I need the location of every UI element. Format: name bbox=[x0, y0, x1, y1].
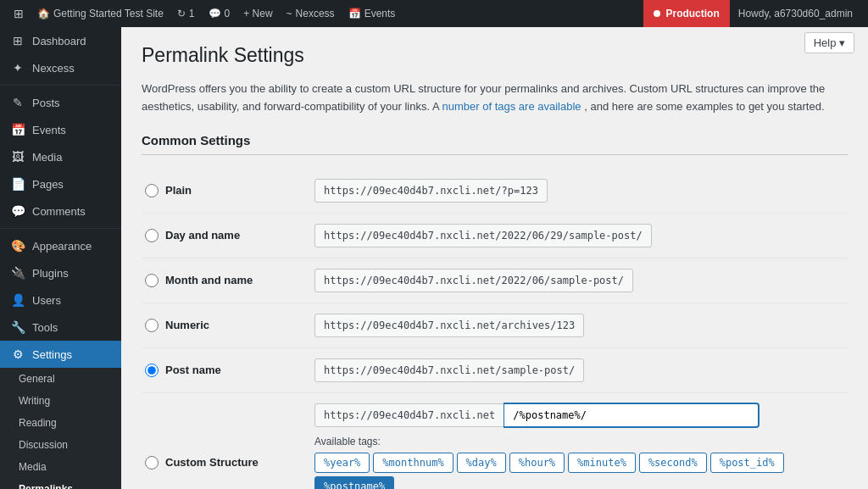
post-name-url: https://09ec40d4b7.nxcli.net/sample-post… bbox=[314, 358, 584, 382]
sidebar-item-plugins[interactable]: 🔌 Plugins bbox=[0, 259, 121, 286]
sidebar-item-pages[interactable]: 📄 Pages bbox=[0, 170, 121, 197]
sidebar-item-dashboard[interactable]: ⊞ Dashboard bbox=[0, 27, 121, 54]
custom-base: https://09ec40d4b7.nxcli.net bbox=[314, 403, 504, 427]
sidebar-item-nexcess[interactable]: ✦ Nexcess bbox=[0, 54, 121, 81]
nexcess-icon: ~ bbox=[287, 8, 292, 19]
day-name-label[interactable]: Day and name bbox=[145, 229, 308, 242]
appearance-icon: 🎨 bbox=[10, 239, 25, 253]
option-numeric: Numeric https://09ec40d4b7.nxcli.net/arc… bbox=[142, 303, 848, 347]
comments-button[interactable]: 💬 0 bbox=[202, 0, 237, 27]
option-custom: Custom Structure https://09ec40d4b7.nxcl… bbox=[142, 392, 848, 489]
month-name-url: https://09ec40d4b7.nxcli.net/2022/06/sam… bbox=[314, 269, 633, 292]
month-name-label[interactable]: Month and name bbox=[145, 274, 308, 287]
nexcess-button[interactable]: ~ Nexcess bbox=[280, 0, 342, 27]
custom-radio[interactable] bbox=[145, 456, 159, 470]
help-button[interactable]: Help ▾ bbox=[804, 32, 854, 53]
numeric-label[interactable]: Numeric bbox=[145, 319, 308, 332]
updates-button[interactable]: ↻ 1 bbox=[170, 0, 202, 27]
day-name-url: https://09ec40d4b7.nxcli.net/2022/06/29/… bbox=[314, 224, 652, 247]
sidebar-item-events[interactable]: 📅 Events bbox=[0, 116, 121, 143]
new-button[interactable]: + New bbox=[236, 0, 279, 27]
tags-link[interactable]: number of tags are available bbox=[442, 100, 581, 113]
page-description: WordPress offers you the ability to crea… bbox=[142, 81, 848, 116]
page-title: Permalink Settings bbox=[142, 44, 848, 67]
day-name-radio[interactable] bbox=[145, 229, 159, 242]
settings-submenu: General Writing Reading Discussion Media… bbox=[0, 368, 121, 489]
sidebar: ⊞ Dashboard ✦ Nexcess ✎ Posts 📅 Events 🖼… bbox=[0, 27, 121, 489]
sidebar-item-appearance[interactable]: 🎨 Appearance bbox=[0, 232, 121, 259]
comments-sidebar-icon: 💬 bbox=[10, 204, 25, 218]
common-settings-title: Common Settings bbox=[142, 133, 848, 155]
post-name-label[interactable]: Post name bbox=[145, 364, 308, 377]
dashboard-icon: ⊞ bbox=[10, 34, 25, 47]
custom-label[interactable]: Custom Structure bbox=[145, 456, 308, 470]
month-name-radio[interactable] bbox=[145, 274, 159, 287]
site-icon[interactable]: ⊞ bbox=[7, 0, 31, 27]
option-month-name: Month and name https://09ec40d4b7.nxcli.… bbox=[142, 258, 848, 303]
tag-button[interactable]: %hour% bbox=[509, 453, 565, 473]
media-icon: 🖼 bbox=[10, 150, 25, 164]
tag-button[interactable]: %day% bbox=[457, 453, 506, 473]
option-day-name: Day and name https://09ec40d4b7.nxcli.ne… bbox=[142, 213, 848, 258]
submenu-writing[interactable]: Writing bbox=[0, 390, 121, 412]
plugins-icon: 🔌 bbox=[10, 266, 25, 280]
sidebar-item-media[interactable]: 🖼 Media bbox=[0, 143, 121, 170]
sidebar-item-comments[interactable]: 💬 Comments bbox=[0, 197, 121, 225]
post-name-radio[interactable] bbox=[145, 364, 159, 377]
wp-icon: ⊞ bbox=[14, 7, 24, 20]
tag-button[interactable]: %postname% bbox=[314, 476, 394, 489]
top-bar: ⊞ 🏠 Getting Started Test Site ↻ 1 💬 0 + … bbox=[0, 0, 868, 27]
production-dot bbox=[654, 10, 660, 17]
events-icon: 📅 bbox=[10, 123, 25, 136]
comments-icon: 💬 bbox=[209, 8, 221, 19]
permalink-options-table: Plain https://09ec40d4b7.nxcli.net/?p=12… bbox=[142, 169, 848, 489]
tools-icon: 🔧 bbox=[10, 320, 25, 334]
plain-radio[interactable] bbox=[145, 184, 159, 197]
tag-button[interactable]: %monthnum% bbox=[373, 453, 453, 473]
numeric-url: https://09ec40d4b7.nxcli.net/archives/12… bbox=[314, 314, 584, 337]
tag-button[interactable]: %year% bbox=[314, 453, 370, 473]
plain-label[interactable]: Plain bbox=[145, 184, 308, 197]
submenu-permalinks[interactable]: Permalinks bbox=[0, 478, 121, 489]
main-content: Permalink Settings WordPress offers you … bbox=[121, 27, 868, 489]
option-plain: Plain https://09ec40d4b7.nxcli.net/?p=12… bbox=[142, 169, 848, 214]
sidebar-item-settings[interactable]: ⚙ Settings bbox=[0, 341, 121, 368]
nexcess-sidebar-icon: ✦ bbox=[10, 61, 25, 75]
submenu-discussion[interactable]: Discussion bbox=[0, 434, 121, 456]
submenu-reading[interactable]: Reading bbox=[0, 412, 121, 434]
users-icon: 👤 bbox=[10, 293, 25, 307]
sidebar-item-tools[interactable]: 🔧 Tools bbox=[0, 314, 121, 341]
submenu-media[interactable]: Media bbox=[0, 456, 121, 478]
option-post-name: Post name https://09ec40d4b7.nxcli.net/s… bbox=[142, 347, 848, 392]
site-name[interactable]: 🏠 Getting Started Test Site bbox=[31, 0, 170, 27]
submenu-general[interactable]: General bbox=[0, 368, 121, 390]
tags-row-1: %year%%monthnum%%day%%hour%%minute%%seco… bbox=[314, 453, 844, 489]
howdy-button[interactable]: Howdy, a6730d60_admin bbox=[730, 0, 861, 27]
available-tags-section: Available tags: %year%%monthnum%%day%%ho… bbox=[314, 436, 844, 489]
plain-url: https://09ec40d4b7.nxcli.net/?p=123 bbox=[314, 179, 548, 203]
tag-button[interactable]: %post_id% bbox=[710, 453, 784, 473]
tag-button[interactable]: %minute% bbox=[568, 453, 636, 473]
custom-structure-input[interactable] bbox=[504, 403, 759, 427]
updates-icon: ↻ bbox=[177, 8, 186, 19]
numeric-radio[interactable] bbox=[145, 319, 159, 332]
sidebar-item-users[interactable]: 👤 Users bbox=[0, 286, 121, 314]
sidebar-item-posts[interactable]: ✎ Posts bbox=[0, 89, 121, 116]
posts-icon: ✎ bbox=[10, 96, 25, 109]
home-icon: 🏠 bbox=[37, 8, 50, 19]
production-badge[interactable]: Production bbox=[643, 0, 729, 27]
events-button[interactable]: 📅 Events bbox=[342, 0, 403, 27]
calendar-icon: 📅 bbox=[348, 8, 361, 19]
custom-inputs: https://09ec40d4b7.nxcli.net bbox=[314, 403, 844, 427]
tag-button[interactable]: %second% bbox=[639, 453, 707, 473]
pages-icon: 📄 bbox=[10, 177, 25, 191]
settings-icon: ⚙ bbox=[10, 347, 25, 361]
